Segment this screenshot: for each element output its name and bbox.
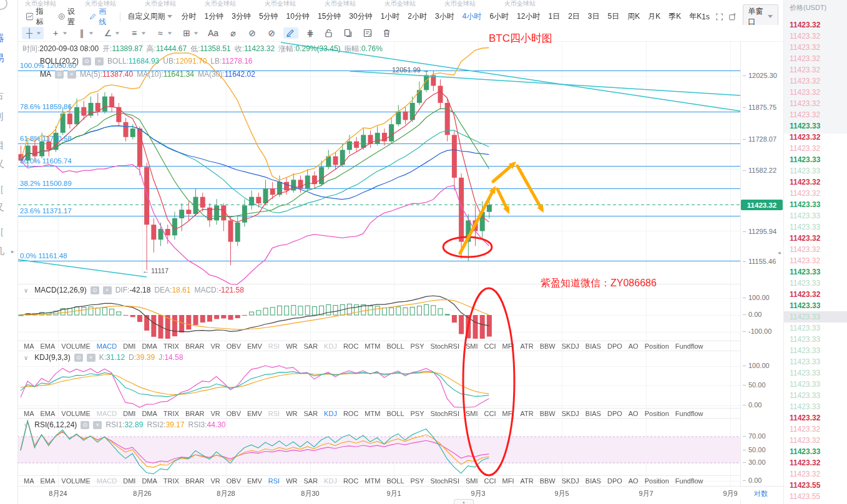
trade-price-row[interactable]: 11423.33 xyxy=(790,367,845,379)
tab-dmi[interactable]: DMI xyxy=(123,410,135,417)
tab-psy[interactable]: PSY xyxy=(411,410,424,417)
expand-right-icon[interactable]: ▸ xyxy=(11,248,14,254)
tab-kdj[interactable]: KDJ xyxy=(324,410,337,417)
tab-dma[interactable]: DMA xyxy=(142,342,157,350)
period-5分钟[interactable]: 5分钟 xyxy=(259,11,278,22)
pane-collapse-icon[interactable]: ∨ xyxy=(24,287,28,294)
tab-ema[interactable]: EMA xyxy=(41,410,56,417)
trade-price-row[interactable]: 11423.33 xyxy=(790,210,845,221)
tab-bias[interactable]: BIAS xyxy=(585,410,601,417)
trade-price-row[interactable]: 11423.33 xyxy=(790,379,845,390)
tab-obv[interactable]: OBV xyxy=(227,410,241,417)
new-window-icon[interactable] xyxy=(729,12,736,21)
tab-kdj[interactable]: KDJ xyxy=(324,342,337,350)
pane-settings-icon[interactable]: ⊙ xyxy=(91,286,99,294)
trade-price-row[interactable]: 11423.32 xyxy=(790,177,845,188)
crosshair-tool[interactable]: ┼ xyxy=(22,27,44,39)
trade-price-row[interactable]: 11423.32 xyxy=(790,289,845,300)
tab-macd[interactable]: MACD xyxy=(97,342,117,350)
fib-box-tool[interactable]: ⊞ xyxy=(179,27,201,39)
tab-rsi[interactable]: RSI xyxy=(268,410,280,417)
tab-brar[interactable]: BRAR xyxy=(185,410,205,417)
period-2日[interactable]: 2日 xyxy=(568,11,580,22)
tab-trix[interactable]: TRIX xyxy=(164,342,179,350)
tab-emv[interactable]: EMV xyxy=(247,477,262,485)
browser-tab[interactable]: 火币全球站 xyxy=(205,0,236,8)
indicator-button[interactable]: 指标 xyxy=(26,6,49,27)
trade-price-row[interactable]: 11423.33 xyxy=(790,221,845,233)
settings-button[interactable]: 设置 xyxy=(58,6,81,27)
sidebar-icon-5[interactable]: ［ xyxy=(0,183,4,195)
template-tool[interactable] xyxy=(361,27,376,39)
tab-macd[interactable]: MACD xyxy=(97,410,117,417)
wave-tool[interactable]: ≈ xyxy=(153,27,175,39)
tab-emv[interactable]: EMV xyxy=(247,342,262,350)
pane-close-icon[interactable]: × xyxy=(87,354,95,362)
tab-bbw[interactable]: BBW xyxy=(540,477,556,485)
tab-fundflow[interactable]: Fundflow xyxy=(675,477,703,485)
trade-price-row[interactable]: 11423.33 xyxy=(790,322,845,334)
tab-psy[interactable]: PSY xyxy=(411,342,424,350)
pane-settings-icon[interactable]: ⊙ xyxy=(55,70,64,79)
trade-price-row[interactable]: 11423.32 xyxy=(790,188,845,199)
tab-boll[interactable]: BOLL xyxy=(386,477,404,485)
tab-trix[interactable]: TRIX xyxy=(164,410,179,417)
tab-volume[interactable]: VOLUME xyxy=(61,477,90,485)
browser-tab[interactable]: 火币全球站 xyxy=(384,0,416,8)
trade-price-row[interactable]: 11423.32 xyxy=(790,143,845,154)
tab-roc[interactable]: ROC xyxy=(343,342,358,350)
period-周K[interactable]: 周K xyxy=(627,11,640,22)
cross-marker-tool[interactable]: + xyxy=(48,27,70,39)
tab-stochrsi[interactable]: StochRSI xyxy=(431,477,459,485)
tab-smi[interactable]: SMI xyxy=(466,410,478,417)
period-15分钟[interactable]: 15分钟 xyxy=(318,11,341,22)
pane-close-icon[interactable]: × xyxy=(103,286,112,294)
tab-mfi[interactable]: MFI xyxy=(502,410,514,417)
period-分时[interactable]: 分时 xyxy=(182,11,197,22)
tab-macd[interactable]: MACD xyxy=(97,477,117,485)
period-1日[interactable]: 1日 xyxy=(548,11,560,22)
trade-price-row[interactable]: 11423.32 xyxy=(790,468,845,480)
trade-price-row[interactable]: 11423.32 xyxy=(790,255,845,266)
tab-skdj[interactable]: SKDJ xyxy=(562,477,579,485)
period-2小时[interactable]: 2小时 xyxy=(408,11,427,22)
tab-smi[interactable]: SMI xyxy=(466,477,478,485)
tab-sar[interactable]: SAR xyxy=(303,477,318,485)
tab-wr[interactable]: WR xyxy=(286,477,297,485)
tab-trix[interactable]: TRIX xyxy=(164,477,179,485)
tab-rsi[interactable]: RSI xyxy=(268,342,280,350)
tab-vr[interactable]: VR xyxy=(210,410,220,417)
trade-price-row[interactable]: 11423.32 xyxy=(790,109,845,120)
pane-close-icon[interactable]: × xyxy=(67,70,76,79)
collapse-left-icon[interactable]: ◂ xyxy=(778,250,781,256)
tab-stochrsi[interactable]: StochRSI xyxy=(431,410,459,417)
tab-emv[interactable]: EMV xyxy=(247,410,262,417)
tab-fundflow[interactable]: Fundflow xyxy=(675,342,703,350)
tab-ma[interactable]: MA xyxy=(24,342,34,350)
period-12小时[interactable]: 12小时 xyxy=(517,11,540,22)
sidebar-icon-4[interactable]: 乂 xyxy=(0,158,4,170)
tab-atr[interactable]: ATR xyxy=(520,410,533,417)
horizontal-line-tool[interactable]: ≡ xyxy=(127,27,149,39)
delete-tool[interactable] xyxy=(380,27,395,39)
tab-roc[interactable]: ROC xyxy=(343,410,358,417)
log-scale-toggle[interactable]: 对数 xyxy=(754,489,768,498)
pane-settings-icon[interactable]: ⊙ xyxy=(81,421,89,429)
text-tool[interactable]: Aa xyxy=(205,27,221,39)
tab-position[interactable]: Position xyxy=(645,410,669,417)
pane-settings-icon[interactable]: ⊙ xyxy=(82,57,91,65)
trade-price-row[interactable]: 11423.33 xyxy=(790,401,845,412)
tab-cci[interactable]: CCI xyxy=(484,410,496,417)
pane-collapse-icon[interactable]: ∨ xyxy=(24,354,28,361)
chart-canvas[interactable] xyxy=(17,41,783,486)
tab-sar[interactable]: SAR xyxy=(303,410,318,417)
tab-ao[interactable]: AO xyxy=(629,410,639,417)
tab-dmi[interactable]: DMI xyxy=(123,477,135,485)
trade-price-row[interactable]: 11423.32 xyxy=(790,424,845,435)
tab-bias[interactable]: BIAS xyxy=(585,342,601,350)
tab-mtm[interactable]: MTM xyxy=(365,477,380,485)
tab-ema[interactable]: EMA xyxy=(41,342,56,350)
tab-ao[interactable]: AO xyxy=(629,477,639,485)
pattern-tool[interactable]: ⋕ xyxy=(303,27,318,39)
trade-price-row[interactable]: 11423.32 xyxy=(790,435,845,446)
